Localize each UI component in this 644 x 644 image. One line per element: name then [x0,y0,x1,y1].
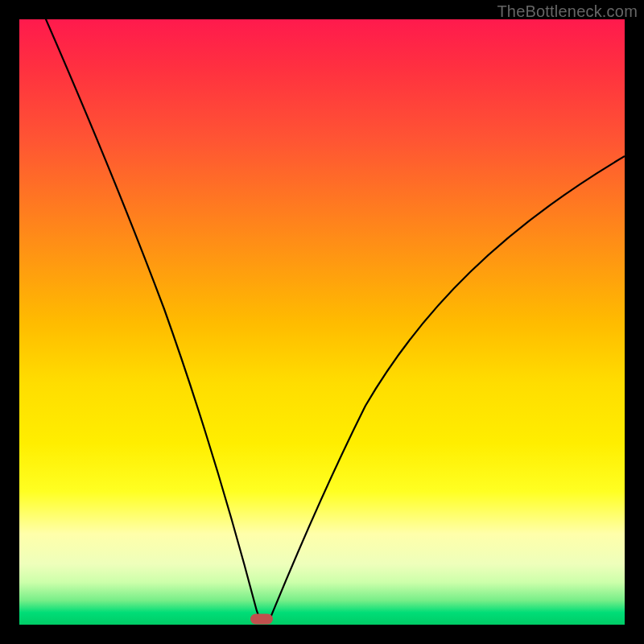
chart-container: TheBottleneck.com [0,0,644,644]
watermark-text: TheBottleneck.com [497,2,638,21]
bottleneck-curve [19,19,625,625]
plot-area [19,19,625,625]
optimum-marker [250,614,273,625]
